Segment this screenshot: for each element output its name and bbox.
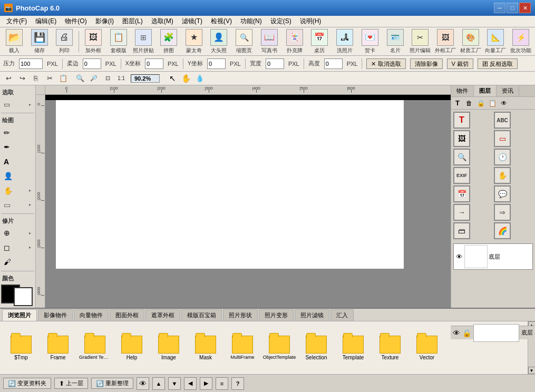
menu-filter[interactable]: 滤镜(T) (178, 16, 207, 27)
zoom-out-button[interactable]: 🔎 (87, 73, 100, 84)
menu-select[interactable]: 选取(M) (147, 16, 178, 27)
layer-icon-exif[interactable]: EXIF (453, 167, 470, 184)
fit-button[interactable]: ⊡ (101, 73, 114, 84)
folder-image[interactable]: Image (152, 336, 186, 360)
tab-info[interactable]: 资讯 (497, 85, 519, 96)
move-down-button[interactable]: ▼ (168, 377, 181, 390)
edge-input[interactable] (83, 58, 101, 69)
eraser-tool[interactable]: ◻ ▸ (1, 241, 33, 254)
select-tool[interactable]: ▭ ▸ (1, 97, 33, 111)
vector-factory-button[interactable]: 📐 向量工厂 (484, 28, 508, 55)
layer-icon-image[interactable]: 🖼 (453, 130, 470, 147)
hand-sidebar-tool[interactable]: ✋ ▸ (1, 183, 33, 197)
layer-icon-img2[interactable]: 🗃 (453, 222, 470, 239)
tab-image-objects[interactable]: 影像物件 (38, 309, 73, 321)
cut-button[interactable]: ✂ (43, 73, 56, 84)
menu-file[interactable]: 文件(F) (2, 16, 31, 27)
folder-template[interactable]: Template (336, 336, 370, 360)
menu-settings[interactable]: 设定(S) (266, 16, 296, 27)
layer-icon-abc[interactable]: ABC (494, 112, 511, 129)
add-frame-button[interactable]: 🖼 加外框 (81, 28, 105, 55)
layer-icon-text[interactable]: T (453, 112, 470, 129)
page-left-button[interactable]: ◀ (184, 377, 197, 390)
layer-icon-zoom[interactable]: 🔍 (453, 149, 470, 165)
rp-lock-btn[interactable]: 🔒 (475, 98, 486, 109)
pencil-tool[interactable]: ✒ (1, 140, 33, 154)
shrink-button[interactable]: 🔍 缩图页 (232, 28, 256, 55)
y-input[interactable] (207, 58, 226, 69)
paste-button[interactable]: 📋 (57, 73, 70, 84)
tab-frame[interactable]: 图面外框 (110, 309, 144, 321)
load-button[interactable]: 📂 载入 (2, 28, 26, 55)
folder-gradient-template[interactable]: Gradient Template (78, 336, 112, 360)
zoom-100-button[interactable]: 1:1 (115, 73, 128, 84)
minimize-button[interactable]: ─ (494, 3, 505, 13)
poker-button[interactable]: 🃏 扑克牌 (283, 28, 307, 55)
folder-help[interactable]: Help (115, 336, 149, 360)
namecard-button[interactable]: 🪪 名片 (383, 28, 407, 55)
layer-icon-chat[interactable]: 💬 (494, 185, 511, 202)
wash-photo-button[interactable]: 🏞 洗照片 (333, 28, 357, 55)
menu-image[interactable]: 影像(I) (91, 16, 118, 27)
cancel-select-button[interactable]: ✕ 取消选取 (366, 58, 405, 69)
help-status-button[interactable]: ? (231, 377, 244, 390)
redo-button[interactable]: ↪ (16, 73, 28, 84)
pressure-input[interactable] (19, 58, 43, 69)
person-tool[interactable]: 👤 (1, 169, 33, 183)
template-button[interactable]: 📋 套模版 (106, 28, 131, 55)
scroll-down-button[interactable]: ▼ (528, 367, 536, 374)
background-color[interactable] (14, 287, 33, 306)
tab-photo-transform[interactable]: 照片变形 (259, 309, 294, 321)
canvas-document[interactable] (56, 100, 404, 269)
copy-button[interactable]: ⎘ (30, 73, 42, 84)
rp-copy-btn[interactable]: 📋 (487, 98, 498, 109)
list-view-button[interactable]: ≡ (216, 377, 228, 390)
tab-collect[interactable]: 汇入 (330, 309, 354, 321)
maximize-button[interactable]: □ (507, 3, 518, 13)
menu-function[interactable]: 功能(N) (236, 16, 266, 27)
layer-icon-hand[interactable]: ✋ (494, 167, 511, 184)
tab-layers[interactable]: 图层 (474, 85, 497, 96)
photo-edit-button[interactable]: ✂ 照片编辑 (408, 28, 432, 55)
greeting-button[interactable]: 💌 贺卡 (358, 28, 382, 55)
show-icon-button[interactable]: 👁 (137, 377, 149, 390)
folder-multiframe[interactable]: MultiFrame (226, 336, 259, 360)
menu-layers[interactable]: 图层(L) (118, 16, 147, 27)
rp-visibility-btn[interactable]: 👁 (499, 98, 509, 109)
layer-eye-button[interactable]: 👁 (455, 252, 463, 261)
invert-select-button[interactable]: 团 反相选取 (478, 58, 518, 69)
brush-tool[interactable]: ✏ (1, 125, 33, 139)
layer-visible-button[interactable]: 👁 (453, 329, 460, 337)
folder-object-template[interactable]: ObjectTemplate (262, 336, 296, 360)
save-button[interactable]: 💾 储存 (27, 28, 52, 55)
menu-view[interactable]: 检视(V) (207, 16, 236, 27)
calendar-button[interactable]: 📅 桌历 (308, 28, 332, 55)
clear-image-button[interactable]: 清除影像 (410, 58, 443, 69)
layer-icon-arrow1[interactable]: → (453, 204, 470, 221)
menu-object[interactable]: 物件(O) (61, 16, 91, 27)
hand-tool[interactable]: ✋ (180, 73, 192, 84)
color-picker[interactable] (1, 285, 33, 306)
close-button[interactable]: ✕ (519, 3, 531, 13)
tab-vector-objects[interactable]: 向量物件 (74, 309, 109, 321)
folder-mask[interactable]: Mask (189, 336, 222, 360)
folder-vector[interactable]: Vector (410, 336, 444, 360)
print-button[interactable]: 🖨 列印 (52, 28, 76, 55)
reorganize-button[interactable]: 🔃 重新整理 (91, 378, 133, 389)
folder-texture[interactable]: Texture (373, 336, 407, 360)
frame-factory-button[interactable]: 🖼 外框工厂 (433, 28, 458, 55)
portrait-button[interactable]: 👤 大头照 (207, 28, 231, 55)
change-folder-button[interactable]: 🔄 变更资料夹 (3, 378, 51, 389)
menu-help[interactable]: 说明(H) (296, 16, 326, 27)
folder-frame[interactable]: Frame (41, 336, 75, 360)
tab-browse-photos[interactable]: 浏览照片 (2, 309, 37, 321)
layer-icon-rect[interactable]: ▭ (494, 130, 511, 147)
shape-tool[interactable]: ▭ ▸ (1, 198, 33, 212)
menu-edit[interactable]: 编辑(E) (31, 16, 61, 27)
layer-icon-clock[interactable]: 🕐 (494, 149, 511, 165)
retouch-tool[interactable]: 🖌 (1, 255, 33, 269)
collage-button[interactable]: ⊞ 照片拼贴 (131, 28, 155, 55)
up-one-button[interactable]: ⬆ 上一层 (54, 378, 88, 389)
tab-objects[interactable]: 物件 (451, 85, 474, 96)
undo-button[interactable]: ↩ (2, 73, 15, 84)
